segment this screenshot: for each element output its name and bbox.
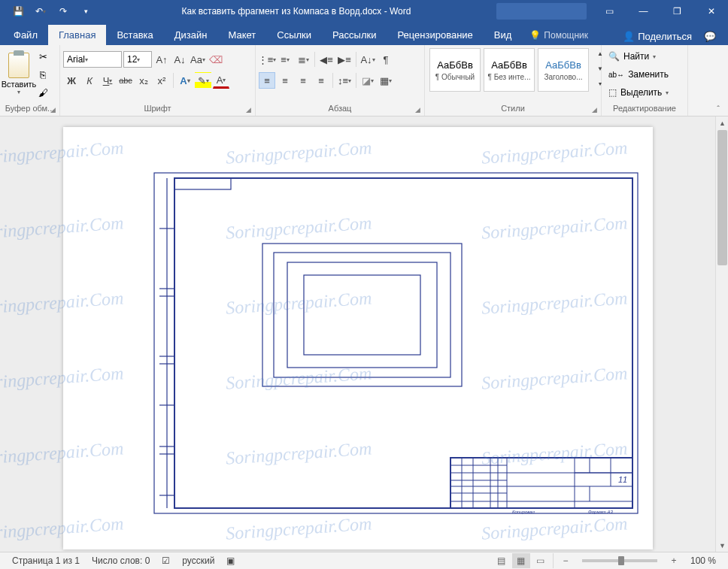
- paste-label: Вставить: [2, 80, 37, 89]
- tab-mailings[interactable]: Рассылки: [322, 25, 387, 45]
- tab-view[interactable]: Вид: [484, 25, 523, 45]
- scroll-up-arrow[interactable]: ▲: [716, 117, 728, 129]
- align-left-button[interactable]: ≡: [259, 72, 275, 89]
- bold-button[interactable]: Ж: [63, 72, 80, 89]
- paragraph-dialog-launcher[interactable]: ◢: [412, 104, 423, 115]
- embedded-drawing[interactable]: 11 Копировал Формат А3: [153, 172, 639, 514]
- document-area[interactable]: 11 Копировал Формат А3 ▲ ▼ Soringpcrepai…: [0, 117, 728, 552]
- undo-button[interactable]: ↶: [30, 2, 51, 21]
- style-no-spacing[interactable]: АаБбВв ¶ Без инте...: [484, 48, 535, 92]
- numbering-button[interactable]: ≡: [277, 51, 293, 68]
- clipboard-dialog-launcher[interactable]: ◢: [47, 104, 58, 115]
- shrink-font-button[interactable]: A↓: [171, 51, 188, 68]
- collapse-ribbon-button[interactable]: ˆ: [711, 103, 725, 115]
- web-layout-icon: ▭: [536, 555, 544, 566]
- highlight-button[interactable]: ✎: [195, 72, 211, 89]
- strikethrough-button[interactable]: abc: [117, 72, 134, 89]
- helper-label: Помощник: [544, 30, 588, 41]
- save-button[interactable]: 💾: [8, 2, 29, 21]
- read-mode-button[interactable]: ▤: [493, 553, 511, 568]
- tab-design[interactable]: Дизайн: [164, 25, 218, 45]
- zoom-slider[interactable]: [582, 559, 657, 562]
- tab-file[interactable]: Файл: [3, 25, 48, 45]
- show-hide-button[interactable]: ¶: [378, 51, 394, 68]
- multilevel-list-button[interactable]: ≣: [295, 51, 311, 68]
- redo-icon: ↷: [59, 6, 67, 17]
- borders-button[interactable]: ▦: [378, 72, 394, 89]
- justify-button[interactable]: ≡: [313, 72, 329, 89]
- styles-group-label: Стили: [428, 102, 598, 116]
- group-font: Arial 12 A↑ A↓ Aa ⌫ Ж К Ч abc x₂ x² A ✎: [60, 45, 256, 116]
- minimize-button[interactable]: —: [626, 0, 660, 23]
- shading-button[interactable]: ◪: [359, 72, 376, 89]
- comment-icon: 💬: [704, 31, 716, 42]
- scroll-down-arrow[interactable]: ▼: [716, 539, 728, 552]
- zoom-level-status[interactable]: 100 %: [684, 555, 722, 566]
- clear-formatting-button[interactable]: ⌫: [208, 51, 224, 68]
- font-color-button[interactable]: A: [213, 72, 229, 89]
- tab-review[interactable]: Рецензирование: [387, 25, 483, 45]
- scroll-thumb[interactable]: [717, 130, 727, 265]
- copy-button[interactable]: ⎘: [35, 66, 51, 83]
- style-name: ¶ Без инте...: [484, 73, 534, 81]
- user-account-area[interactable]: [496, 3, 587, 20]
- ribbon-display-options[interactable]: ▭: [593, 0, 626, 23]
- font-dialog-launcher[interactable]: ◢: [243, 104, 253, 115]
- close-button[interactable]: ✕: [694, 0, 728, 23]
- increase-indent-button[interactable]: ▶≡: [336, 51, 353, 68]
- cut-button[interactable]: ✂: [35, 48, 51, 65]
- spell-check-status[interactable]: ☑: [156, 552, 176, 569]
- format-painter-button[interactable]: 🖌: [35, 84, 51, 101]
- align-right-button[interactable]: ≡: [295, 72, 311, 89]
- grow-font-button[interactable]: A↑: [153, 51, 170, 68]
- style-normal[interactable]: АаБбВв ¶ Обычный: [429, 48, 481, 92]
- find-label: Найти: [623, 51, 649, 62]
- zoom-in-button[interactable]: +: [665, 553, 683, 568]
- text-effects-button[interactable]: A: [177, 72, 193, 89]
- style-heading1[interactable]: АаБбВв Заголово...: [538, 48, 589, 92]
- decrease-indent-button[interactable]: ◀≡: [318, 51, 335, 68]
- tab-home[interactable]: Главная: [48, 25, 106, 45]
- replace-button[interactable]: ab↔ Заменить: [605, 66, 672, 83]
- language-status[interactable]: русский: [176, 552, 220, 569]
- underline-button[interactable]: Ч: [99, 72, 116, 89]
- italic-button[interactable]: К: [81, 72, 98, 89]
- tab-references[interactable]: Ссылки: [266, 25, 322, 45]
- select-button[interactable]: ⬚ Выделить: [605, 84, 672, 101]
- zoom-thumb[interactable]: [618, 556, 624, 565]
- qat-customize[interactable]: ▾: [75, 2, 96, 21]
- svg-rect-0: [154, 173, 638, 513]
- tell-me-helper[interactable]: 💡 Помощник: [522, 26, 596, 45]
- restore-button[interactable]: ❐: [660, 0, 694, 23]
- styles-dialog-launcher[interactable]: ◢: [589, 104, 599, 115]
- bullets-icon: ⋮≡: [258, 54, 274, 65]
- vertical-scrollbar[interactable]: ▲ ▼: [715, 117, 728, 552]
- share-button[interactable]: 👤 Поделиться: [617, 28, 698, 45]
- style-name: Заголово...: [538, 73, 588, 81]
- change-case-button[interactable]: Aa: [190, 51, 206, 68]
- group-clipboard: Вставить ▾ ✂ ⎘ 🖌 Буфер обм... ◢: [0, 45, 60, 116]
- sort-button[interactable]: A↓: [359, 51, 376, 68]
- align-center-icon: ≡: [282, 75, 288, 86]
- macro-record-status[interactable]: ▣: [220, 552, 241, 569]
- page: 11 Копировал Формат А3: [63, 127, 653, 549]
- drawing-svg: 11 Копировал Формат А3: [153, 172, 639, 514]
- tab-insert[interactable]: Вставка: [106, 25, 163, 45]
- comments-button[interactable]: 💬: [701, 28, 719, 45]
- web-layout-button[interactable]: ▭: [532, 553, 550, 568]
- bullets-button[interactable]: ⋮≡: [259, 51, 275, 68]
- font-name-combo[interactable]: Arial: [63, 51, 122, 68]
- redo-button[interactable]: ↷: [53, 2, 74, 21]
- tab-layout[interactable]: Макет: [217, 25, 266, 45]
- subscript-button[interactable]: x₂: [135, 72, 152, 89]
- word-count-status[interactable]: Число слов: 0: [86, 552, 156, 569]
- line-spacing-button[interactable]: ↕≡: [336, 72, 353, 89]
- find-button[interactable]: 🔍 Найти: [605, 48, 672, 65]
- superscript-button[interactable]: x²: [153, 72, 170, 89]
- paste-button[interactable]: Вставить ▾: [3, 47, 35, 101]
- align-center-button[interactable]: ≡: [277, 72, 293, 89]
- print-layout-button[interactable]: ▦: [512, 553, 530, 568]
- zoom-out-button[interactable]: −: [557, 553, 575, 568]
- page-number-status[interactable]: Страница 1 из 1: [6, 552, 86, 569]
- font-size-combo[interactable]: 12: [123, 51, 152, 68]
